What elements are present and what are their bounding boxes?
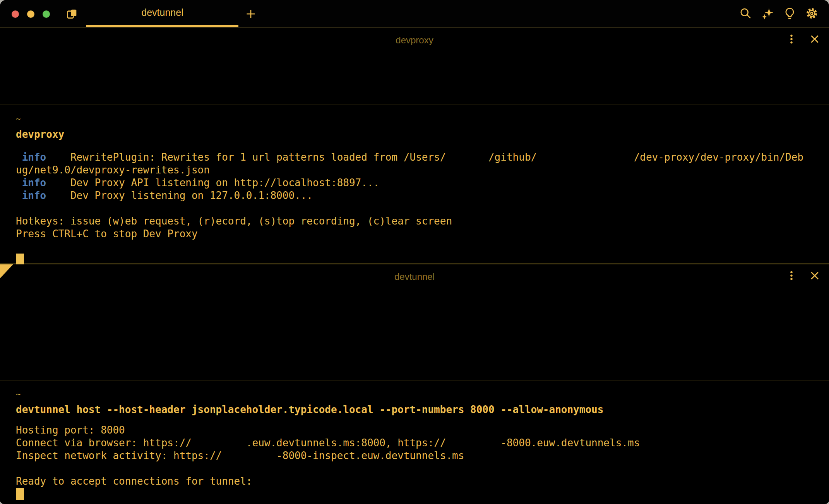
terminal-line: Hosting port: 8000 xyxy=(16,424,821,437)
tab-devtunnel[interactable]: devtunnel xyxy=(86,0,238,27)
kebab-menu-icon[interactable] xyxy=(786,270,797,281)
terminal-output: info RewritePlugin: Rewrites for 1 url p… xyxy=(16,151,821,253)
terminal-block: ~ devtunnel host --host-header jsonplace… xyxy=(0,381,829,500)
minimize-window-button[interactable] xyxy=(27,10,34,18)
terminal-output: Hosting port: 8000Connect via browser: h… xyxy=(16,424,821,488)
search-icon[interactable] xyxy=(739,7,752,20)
terminal-line: Hotkeys: issue (w)eb request, (r)ecord, … xyxy=(16,215,821,228)
terminal-line: info Dev Proxy listening on 127.0.0.1:80… xyxy=(16,189,821,202)
pane-devproxy: devproxy ~ xyxy=(0,28,829,264)
terminal-line: info RewritePlugin: Rewrites for 1 url p… xyxy=(16,151,821,164)
tab-label: devtunnel xyxy=(141,7,183,18)
terminal-window: devtunnel xyxy=(0,0,829,504)
terminal-line xyxy=(16,462,821,475)
pane-actions xyxy=(786,33,820,45)
close-icon[interactable] xyxy=(809,270,820,281)
close-icon[interactable] xyxy=(809,33,820,45)
command-line: devtunnel host --host-header jsonplaceho… xyxy=(16,402,821,417)
cwd-prompt: ~ xyxy=(16,114,821,124)
terminal-line: ug/net9.0/devproxy-rewrites.json xyxy=(16,164,821,177)
terminal-cursor xyxy=(16,254,24,266)
toolbar xyxy=(739,7,818,20)
terminal-line: Inspect network activity: https:// -8000… xyxy=(16,449,821,462)
settings-icon[interactable] xyxy=(805,7,818,20)
terminal-line: Connect via browser: https:// .euw.devtu… xyxy=(16,437,821,449)
cwd-prompt: ~ xyxy=(16,389,821,399)
traffic-lights xyxy=(12,10,50,18)
pages-icon[interactable] xyxy=(66,8,78,20)
new-tab-button[interactable] xyxy=(244,7,258,21)
lightbulb-icon[interactable] xyxy=(783,7,796,20)
sparkles-icon[interactable] xyxy=(761,7,774,20)
terminal-cursor xyxy=(16,488,24,500)
close-window-button[interactable] xyxy=(12,10,19,18)
command-line: devproxy xyxy=(16,127,821,142)
pane-title: devtunnel xyxy=(0,264,829,289)
terminal-block: ~ devproxy info RewritePlugin: Rewrites … xyxy=(0,105,829,266)
tab-bar: devtunnel xyxy=(0,0,829,28)
pane-title: devproxy xyxy=(0,28,829,53)
terminal-line: Press CTRL+C to stop Dev Proxy xyxy=(16,228,821,240)
zoom-window-button[interactable] xyxy=(43,10,50,18)
pane-actions xyxy=(786,270,820,281)
terminal-line xyxy=(16,202,821,215)
terminal-line: info Dev Proxy API listening on http://l… xyxy=(16,177,821,189)
terminal-line: Ready to accept connections for tunnel: xyxy=(16,475,821,488)
pane-header: devtunnel xyxy=(0,264,829,289)
pane-devtunnel: devtunnel ~ xyxy=(0,264,829,502)
terminal-line xyxy=(16,240,821,253)
pane-header: devproxy xyxy=(0,28,829,53)
kebab-menu-icon[interactable] xyxy=(786,33,797,45)
